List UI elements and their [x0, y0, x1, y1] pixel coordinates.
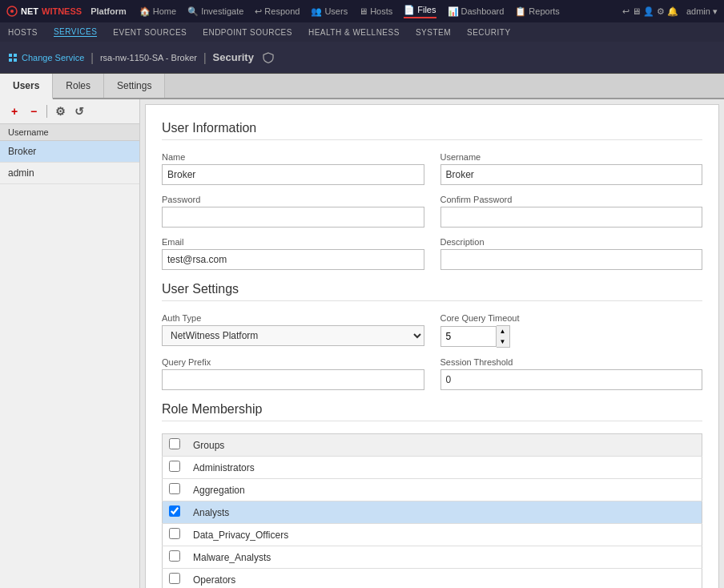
description-field: Description: [440, 237, 703, 270]
second-nav-event-sources[interactable]: EVENT SOURCES: [113, 28, 187, 37]
role-checkbox-administrators[interactable]: [169, 461, 180, 472]
role-table-header-row: Groups: [163, 434, 702, 457]
user-list-item-broker[interactable]: Broker: [0, 141, 139, 163]
role-label-analysts: Analysts: [187, 501, 702, 524]
svg-rect-2: [9, 54, 12, 57]
remove-user-button[interactable]: −: [26, 103, 42, 119]
svg-rect-4: [9, 58, 12, 62]
add-user-button[interactable]: +: [6, 103, 22, 119]
email-description-row: Email Description: [162, 237, 702, 270]
username-input[interactable]: [440, 164, 703, 185]
role-row-administrators[interactable]: Administrators: [163, 457, 702, 479]
role-label-data-privacy: Data_Privacy_Officers: [187, 524, 702, 546]
nav-investigate[interactable]: 🔍 Investigate: [187, 5, 243, 18]
role-label-administrators: Administrators: [187, 457, 702, 479]
nav-users[interactable]: 👥 Users: [311, 5, 348, 18]
auth-type-select[interactable]: NetWitness Platform LDAP RADIUS: [162, 325, 424, 346]
role-header-checkbox[interactable]: [169, 438, 180, 449]
role-checkbox-operators[interactable]: [169, 573, 180, 584]
role-row-data-privacy[interactable]: Data_Privacy_Officers: [163, 524, 702, 546]
nav-dashboard[interactable]: 📊 Dashboard: [448, 5, 505, 18]
svg-rect-5: [14, 58, 17, 62]
core-query-timeout-input[interactable]: [440, 326, 497, 347]
email-input[interactable]: [162, 249, 424, 270]
change-service-button[interactable]: Change Service: [8, 53, 84, 62]
role-row-malware[interactable]: Malware_Analysts: [163, 546, 702, 569]
app-logo: NETWITNESS Platform: [6, 6, 127, 17]
role-checkbox-cell-administrators: [163, 457, 187, 479]
role-membership-section-title: Role Membership: [162, 402, 702, 421]
confirm-password-label: Confirm Password: [440, 195, 703, 204]
name-username-row: Name Username: [162, 152, 702, 185]
security-breadcrumb-label: Security: [213, 51, 254, 63]
admin-menu[interactable]: admin ▾: [686, 6, 718, 17]
role-checkbox-malware[interactable]: [169, 550, 180, 562]
service-name-label: rsa-nw-1150-SA - Broker: [100, 53, 197, 62]
role-row-analysts[interactable]: Analysts: [163, 501, 702, 524]
gear-button[interactable]: ⚙: [52, 103, 68, 119]
nav-icons: ↩ 🖥 👤 ⚙ 🔔: [622, 6, 678, 17]
second-nav-hosts[interactable]: HOSTS: [8, 28, 38, 37]
role-row-aggregation[interactable]: Aggregation: [163, 479, 702, 501]
auth-type-label: Auth Type: [162, 313, 424, 323]
password-label: Password: [162, 195, 424, 204]
auth-type-field: Auth Type NetWitness Platform LDAP RADIU…: [162, 313, 424, 348]
tabs-wrapper: Users Roles Settings + − ⚙ ↺ Username Br…: [0, 74, 724, 588]
description-input[interactable]: [440, 249, 703, 270]
session-threshold-field: Session Threshold: [440, 357, 703, 390]
change-service-label: Change Service: [22, 53, 84, 62]
core-query-timeout-spinner: ▲ ▼: [440, 325, 703, 348]
core-query-timeout-label: Core Query Timeout: [440, 313, 703, 323]
role-checkbox-aggregation[interactable]: [169, 483, 180, 494]
second-nav-health[interactable]: HEALTH & WELLNESS: [308, 28, 400, 37]
spinner-up-button[interactable]: ▲: [497, 326, 509, 336]
username-label: Username: [440, 152, 703, 162]
user-settings-section-title: User Settings: [162, 282, 702, 301]
breadcrumb-separator2: |: [203, 51, 207, 64]
nav-hosts[interactable]: 🖥 Hosts: [359, 5, 392, 18]
email-field: Email: [162, 237, 424, 270]
role-checkbox-cell-malware: [163, 546, 187, 569]
name-label: Name: [162, 152, 424, 162]
second-nav-system[interactable]: SYSTEM: [416, 28, 451, 37]
tab-users[interactable]: Users: [0, 74, 53, 99]
role-checkbox-cell-operators: [163, 569, 187, 589]
password-input[interactable]: [162, 207, 424, 228]
user-list-item-admin[interactable]: admin: [0, 163, 139, 184]
password-row: Password Confirm Password: [162, 195, 702, 228]
nav-home[interactable]: 🏠 Home: [139, 5, 176, 18]
tabs-content: + − ⚙ ↺ Username Broker admin User Infor…: [0, 99, 724, 588]
role-checkbox-analysts[interactable]: [169, 505, 180, 517]
confirm-password-input[interactable]: [440, 207, 703, 228]
tab-settings[interactable]: Settings: [104, 74, 165, 98]
tab-roles[interactable]: Roles: [53, 74, 104, 98]
name-input[interactable]: [162, 164, 424, 185]
nav-reports[interactable]: 📋 Reports: [515, 5, 560, 18]
nav-files[interactable]: 📄 Files: [404, 5, 436, 18]
spinner-down-button[interactable]: ▼: [497, 336, 509, 347]
second-nav: HOSTS SERVICES EVENT SOURCES ENDPOINT SO…: [0, 22, 724, 42]
top-nav-items: 🏠 Home 🔍 Investigate ↩ Respond 👥 Users 🖥…: [139, 5, 609, 18]
breadcrumb-separator: |: [90, 51, 94, 64]
role-row-operators[interactable]: Operators: [163, 569, 702, 589]
session-threshold-input[interactable]: [440, 369, 703, 390]
role-checkbox-cell-analysts: [163, 501, 187, 524]
tabs-row: Users Roles Settings: [0, 74, 724, 99]
name-field: Name: [162, 152, 424, 185]
nav-respond[interactable]: ↩ Respond: [255, 5, 300, 18]
core-query-timeout-field: Core Query Timeout ▲ ▼: [440, 313, 703, 348]
role-checkbox-cell-data-privacy: [163, 524, 187, 546]
query-prefix-input[interactable]: [162, 369, 424, 390]
confirm-password-field: Confirm Password: [440, 195, 703, 228]
query-prefix-field: Query Prefix: [162, 357, 424, 390]
second-nav-endpoint-sources[interactable]: ENDPOINT SOURCES: [203, 28, 292, 37]
user-info-section-title: User Information: [162, 121, 702, 140]
toolbar-divider: [46, 105, 47, 118]
role-checkbox-data-privacy[interactable]: [169, 528, 180, 539]
role-checkbox-cell-aggregation: [163, 479, 187, 501]
refresh-button[interactable]: ↺: [71, 103, 87, 119]
role-membership-table: Groups Administrators Aggregation: [162, 433, 702, 588]
second-nav-security[interactable]: SECURITY: [467, 28, 511, 37]
second-nav-services[interactable]: SERVICES: [54, 27, 97, 37]
svg-rect-3: [14, 54, 17, 57]
